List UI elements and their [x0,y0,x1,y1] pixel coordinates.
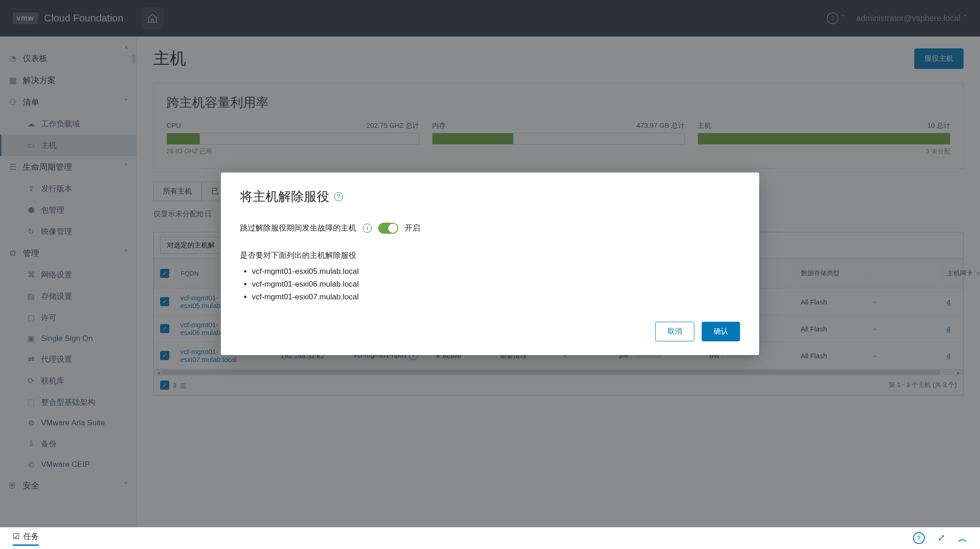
list-item: vcf-mgmt01-esxi06.mulab.local [252,278,740,291]
info-icon[interactable]: i [363,224,372,233]
help-icon[interactable]: ? [913,532,925,544]
skip-failed-toggle[interactable] [378,223,398,234]
decommission-modal: 将主机解除服役 ? 跳过解除服役期间发生故障的主机 i 开启 是否要对下面列出的… [221,173,759,355]
modal-question: 是否要对下面列出的主机解除服役 [240,250,740,261]
expand-icon[interactable]: ⤢ [938,532,945,544]
modal-overlay: 将主机解除服役 ? 跳过解除服役期间发生故障的主机 i 开启 是否要对下面列出的… [0,0,980,527]
skip-failed-toggle-row: 跳过解除服役期间发生故障的主机 i 开启 [240,223,740,234]
tasks-tab[interactable]: ☑ 任务 [13,531,39,546]
list-item: vcf-mgmt01-esxi07.mulab.local [252,291,740,303]
help-icon[interactable]: ? [334,192,343,201]
tasks-label: 任务 [23,531,39,542]
modal-host-list: vcf-mgmt01-esxi05.mulab.localvcf-mgmt01-… [240,265,740,303]
toggle-state-label: 开启 [405,223,420,233]
collapse-up-icon[interactable]: ︽ [958,532,967,544]
confirm-button[interactable]: 确认 [702,322,740,341]
tasks-icon: ☑ [13,532,20,541]
bottom-bar: ☑ 任务 ? ⤢ ︽ [0,527,980,549]
cancel-button[interactable]: 取消 [655,322,694,341]
modal-title-text: 将主机解除服役 [240,188,329,205]
skip-failed-label: 跳过解除服役期间发生故障的主机 [240,223,356,233]
list-item: vcf-mgmt01-esxi05.mulab.local [252,265,740,278]
modal-title: 将主机解除服役 ? [240,188,740,205]
